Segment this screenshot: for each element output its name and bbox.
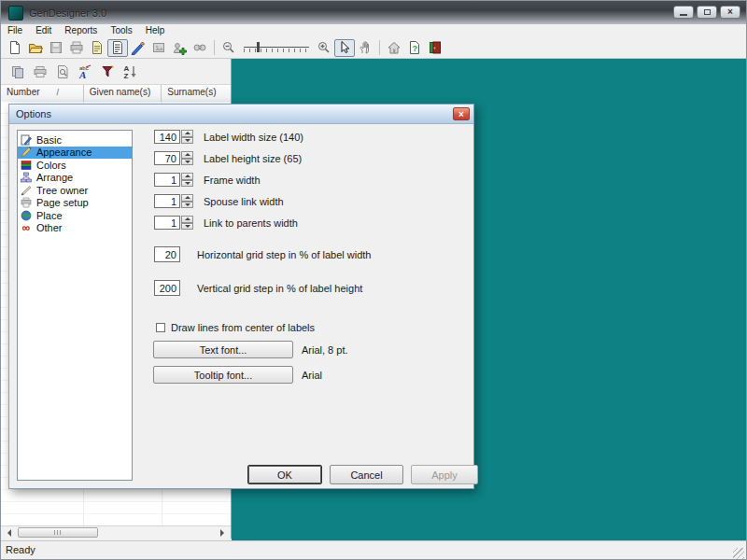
column-header-number[interactable]: Number/ [1,85,84,102]
design-view-icon[interactable] [128,39,148,57]
apply-button[interactable]: Apply [411,465,478,484]
spin-up-icon[interactable] [181,194,193,202]
home-icon[interactable] [384,39,404,57]
report-icon[interactable] [87,39,107,57]
pan-tool-icon[interactable] [355,39,375,57]
tooltip-font-value: Arial [302,370,322,381]
print-preview-icon[interactable] [51,62,74,82]
filter-icon[interactable] [96,62,119,82]
spin-down-icon[interactable] [181,137,193,145]
close-icon: × [727,7,733,18]
tooltip-font-button[interactable]: Tooltip font... [153,366,293,384]
label-height-input[interactable]: 70 [154,151,180,165]
spin-up-icon[interactable] [181,151,193,159]
category-label: Place [36,210,63,221]
find-icon[interactable] [190,39,210,57]
save-icon[interactable] [46,39,66,57]
spin-down-icon[interactable] [181,180,193,188]
window-title: GenDesigner 3.0 [29,7,106,19]
dialog-close-icon: × [458,109,464,119]
draw-lines-checkbox[interactable] [156,323,165,332]
column-header-surnames[interactable]: Surname(s) [162,85,231,102]
dialog-titlebar[interactable]: Options × [9,105,473,124]
frame-width-input[interactable]: 1 [154,173,180,187]
other-icon: ∞ [21,222,32,233]
window-titlebar: GenDesigner 3.0 × [1,1,746,24]
category-label: Arrange [36,172,73,183]
toolbar-separator [379,40,380,55]
maximize-button[interactable] [697,6,717,19]
category-tree-owner[interactable]: Tree owner [18,184,132,197]
sort-ascending-icon[interactable]: AZ [119,62,141,82]
zoom-slider[interactable] [242,39,311,56]
spouse-link-width-input[interactable]: 1 [154,194,180,208]
close-button[interactable]: × [720,6,740,19]
category-label: Appearance [36,147,92,158]
horizontal-grid-step-row: 20 Horizontal grid step in % of label wi… [154,246,371,262]
column-header-given-names[interactable]: Given name(s) [84,85,162,102]
scroll-left-button[interactable] [3,527,16,539]
category-appearance[interactable]: Appearance [18,147,132,160]
resize-grip[interactable] [733,548,744,559]
spin-up-icon[interactable] [181,173,193,180]
menu-edit[interactable]: Edit [29,24,58,37]
category-page-setup[interactable]: Page setup [18,197,132,210]
menu-reports[interactable]: Reports [58,24,104,37]
scrollbar-thumb[interactable] [18,527,98,538]
menu-help[interactable]: Help [139,24,172,37]
exit-icon[interactable] [425,39,445,57]
category-basic[interactable]: Basic [18,133,132,147]
dialog-close-button[interactable]: × [453,107,470,120]
ok-button[interactable]: OK [247,465,322,484]
category-colors[interactable]: Colors [18,159,132,172]
open-folder-icon[interactable] [25,39,46,57]
frame-width-spinner[interactable] [181,173,193,187]
minimize-button[interactable] [673,6,694,19]
spin-up-icon[interactable] [181,130,193,137]
horizontal-grid-step-input[interactable]: 20 [154,246,180,262]
options-category-list[interactable]: Basic Appearance Colors Arrange Tree own… [17,130,133,481]
label-width-spinner[interactable] [181,130,193,144]
help-icon[interactable]: ? [404,39,425,57]
frame-width-row: 1 Frame width [154,173,261,187]
menu-tools[interactable]: Tools [104,24,138,37]
add-person-icon[interactable] [169,39,190,57]
spouse-link-width-spinner[interactable] [181,194,193,208]
label-height-spinner[interactable] [181,151,193,165]
zoom-in-icon[interactable] [314,39,334,57]
print-list-icon[interactable] [29,62,51,82]
print-icon[interactable] [66,39,87,57]
spin-down-icon[interactable] [181,202,193,209]
select-tool-icon[interactable] [334,39,355,57]
spin-down-icon[interactable] [181,159,193,166]
spin-down-icon[interactable] [181,223,193,231]
link-to-parents-width-input[interactable]: 1 [154,216,180,230]
label-height-label: Label height size (65) [204,153,302,164]
spin-up-icon[interactable] [181,216,193,223]
category-other[interactable]: ∞ Other [18,222,132,235]
text-font-button[interactable]: Text font... [153,341,293,358]
vertical-grid-step-input[interactable]: 200 [154,280,180,296]
label-height-row: 70 Label height size (65) [154,151,302,165]
svg-text:?: ? [413,44,418,53]
label-width-input[interactable]: 140 [154,130,180,144]
options-dialog: Options × Basic Appearance Colors Arrang… [8,104,474,489]
list-view-icon[interactable] [107,39,128,57]
cancel-button[interactable]: Cancel [330,465,403,484]
horizontal-scrollbar[interactable] [1,525,231,539]
new-document-icon[interactable] [5,39,25,57]
menu-file[interactable]: File [1,24,29,37]
main-toolbar: ? [1,37,746,59]
category-place[interactable]: Place [18,209,132,222]
copy-icon[interactable] [7,62,29,82]
spelling-icon[interactable]: abcA [74,62,96,82]
image-icon[interactable] [148,39,169,57]
zoom-slider-thumb[interactable] [257,42,260,52]
scrollbar-grip-icon [54,530,63,535]
category-arrange[interactable]: Arrange [18,172,132,185]
zoom-out-icon[interactable] [218,39,239,57]
link-to-parents-width-spinner[interactable] [181,216,193,230]
basic-icon [21,134,32,146]
category-label: Basic [36,134,62,146]
scroll-right-button[interactable] [216,527,229,539]
